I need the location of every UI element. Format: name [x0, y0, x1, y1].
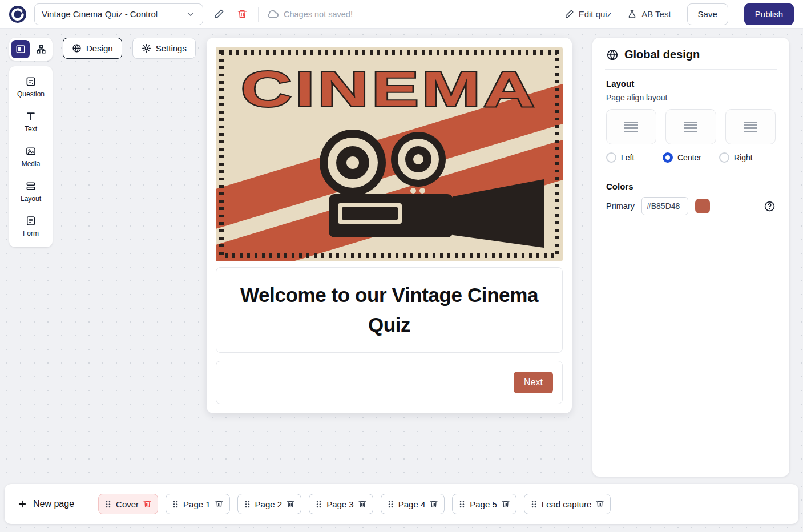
align-right-label: Right	[734, 153, 753, 162]
align-right-glyph-icon	[744, 122, 757, 132]
flow-view-toggle[interactable]	[32, 40, 50, 58]
align-radio-center[interactable]	[663, 152, 673, 163]
chevron-down-icon	[185, 9, 196, 19]
help-icon[interactable]	[764, 200, 776, 212]
align-radio-group: Left Center Right	[606, 152, 776, 163]
align-right-preview[interactable]	[725, 109, 776, 144]
page-pill-label: Page 2	[255, 499, 283, 509]
ab-test-label: AB Test	[641, 9, 671, 19]
primary-color-row: Primary	[606, 197, 776, 215]
page-editor-view-toggle[interactable]	[11, 40, 30, 58]
tool-text[interactable]: Text	[9, 104, 53, 139]
drag-handle-icon[interactable]	[244, 500, 251, 509]
divider	[605, 172, 777, 172]
layout-rows-icon	[25, 180, 37, 192]
tool-question-label: Question	[17, 90, 45, 98]
drag-handle-icon[interactable]	[458, 500, 466, 509]
next-button[interactable]: Next	[514, 372, 553, 393]
page-pill-2[interactable]: Page 2	[237, 494, 302, 514]
tool-question[interactable]: Question	[9, 70, 53, 104]
delete-page-icon[interactable]	[501, 499, 510, 509]
align-left-label: Left	[621, 153, 634, 162]
tool-text-label: Text	[25, 125, 37, 133]
colors-section-heading: Colors	[606, 182, 776, 191]
page-pill-cover[interactable]: Cover	[98, 494, 158, 514]
page-pill-label: Page 1	[183, 499, 211, 509]
panel-title: Global design	[624, 48, 700, 61]
page-pill-1[interactable]: Page 1	[166, 494, 230, 514]
page-pill-5[interactable]: Page 5	[452, 494, 516, 514]
edit-quiz-button[interactable]: Edit quiz	[564, 9, 612, 19]
save-button[interactable]: Save	[687, 3, 728, 25]
ab-test-button[interactable]: AB Test	[627, 9, 671, 19]
primary-color-input[interactable]	[641, 197, 688, 215]
save-status: Chages not saved!	[267, 8, 353, 21]
page-align-label: Page align layout	[606, 93, 776, 102]
page-pill-label: Cover	[116, 499, 139, 509]
new-page-label: New page	[33, 499, 74, 509]
cover-heading: Welcome to our Vintage Cinema Quiz	[230, 280, 548, 340]
topbar-divider	[258, 7, 259, 22]
settings-tab[interactable]: Settings	[132, 38, 196, 59]
align-left-glyph-icon	[624, 122, 638, 132]
navigation-block[interactable]: Next	[216, 361, 563, 404]
plus-icon	[17, 499, 27, 509]
align-radio-right[interactable]	[719, 152, 729, 163]
tool-form[interactable]: Form	[9, 209, 53, 244]
primary-color-swatch[interactable]	[695, 199, 710, 213]
layout-section-heading: Layout	[606, 79, 776, 88]
quiz-selector-value: Vintage Cinema Quiz - Control	[42, 9, 158, 19]
delete-page-icon[interactable]	[143, 499, 152, 509]
align-left-preview[interactable]	[606, 109, 656, 144]
tool-form-label: Form	[23, 229, 39, 237]
flask-icon	[627, 9, 637, 19]
delete-page-icon[interactable]	[358, 499, 367, 509]
drag-handle-icon[interactable]	[172, 500, 179, 509]
page-pill-4[interactable]: Page 4	[381, 494, 445, 514]
topbar: Vintage Cinema Quiz - Control Chages not…	[0, 0, 803, 29]
cover-image[interactable]: CINEMA	[216, 47, 563, 261]
align-radio-left[interactable]	[606, 152, 616, 163]
question-card-icon	[25, 76, 37, 87]
drag-handle-icon[interactable]	[387, 500, 394, 509]
align-center-preview[interactable]	[665, 109, 716, 144]
drag-handle-icon[interactable]	[530, 500, 538, 509]
design-tab-label: Design	[86, 43, 113, 53]
align-center-glyph-icon	[684, 122, 697, 132]
global-design-panel: Global design Layout Page align layout L…	[592, 38, 789, 477]
app-logo-icon	[9, 6, 26, 23]
tool-media[interactable]: Media	[9, 139, 53, 174]
drag-handle-icon[interactable]	[315, 500, 322, 509]
view-toggle-group	[9, 38, 53, 61]
page-pill-label: Lead capture	[542, 499, 592, 509]
delete-page-icon[interactable]	[215, 499, 224, 509]
primary-color-label: Primary	[606, 201, 635, 211]
page-pill-3[interactable]: Page 3	[309, 494, 373, 514]
delete-page-icon[interactable]	[286, 499, 295, 509]
drag-handle-icon[interactable]	[104, 500, 112, 509]
delete-quiz-button[interactable]	[235, 6, 250, 22]
page-pill-label: Page 3	[326, 499, 354, 509]
save-status-text: Chages not saved!	[284, 10, 353, 19]
globe-icon	[72, 43, 82, 53]
globe-icon	[606, 49, 619, 61]
form-icon	[25, 215, 37, 227]
gear-icon	[142, 43, 151, 53]
divider	[605, 69, 777, 70]
text-icon	[25, 111, 37, 122]
rename-quiz-button[interactable]	[211, 6, 227, 22]
settings-tab-label: Settings	[156, 43, 187, 53]
delete-page-icon[interactable]	[429, 499, 438, 509]
new-page-button[interactable]: New page	[17, 499, 74, 509]
delete-page-icon[interactable]	[595, 499, 604, 509]
heading-block[interactable]: Welcome to our Vintage Cinema Quiz	[216, 267, 563, 353]
align-preview-cards	[606, 109, 776, 144]
design-tab[interactable]: Design	[63, 38, 122, 59]
media-icon	[25, 146, 37, 157]
page-pill-lead-capture[interactable]: Lead capture	[524, 494, 611, 514]
quiz-selector[interactable]: Vintage Cinema Quiz - Control	[34, 3, 203, 25]
tool-layout[interactable]: Layout	[9, 174, 53, 209]
publish-button[interactable]: Publish	[744, 3, 794, 25]
cloud-icon	[267, 8, 279, 21]
tool-layout-label: Layout	[21, 195, 41, 203]
